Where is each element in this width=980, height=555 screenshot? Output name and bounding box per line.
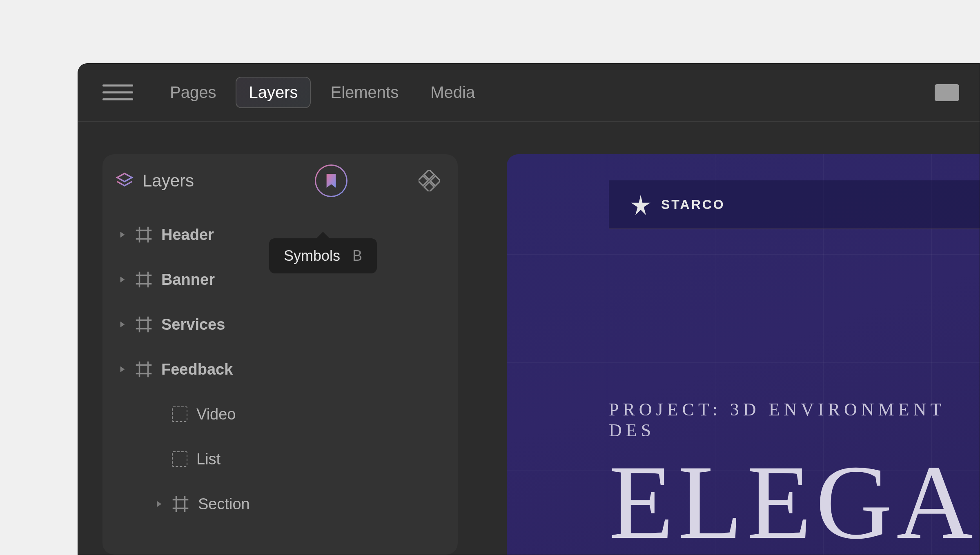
frame-icon bbox=[172, 495, 189, 513]
layer-item-services[interactable]: Services bbox=[102, 302, 458, 347]
frame-icon bbox=[135, 316, 152, 333]
hero-title: ELEGA bbox=[609, 449, 980, 555]
layer-item-feedback[interactable]: Feedback bbox=[102, 347, 458, 392]
chevron-right-icon bbox=[119, 366, 126, 373]
layer-item-video[interactable]: Video bbox=[102, 392, 458, 437]
topbar: Pages Layers Elements Media bbox=[78, 64, 980, 122]
frame-icon bbox=[135, 226, 152, 243]
chevron-right-icon bbox=[119, 231, 126, 238]
chevron-right-icon bbox=[119, 276, 126, 283]
app-window: Pages Layers Elements Media bbox=[78, 63, 980, 555]
chevron-right-icon bbox=[156, 500, 163, 508]
hero-content: PROJECT: 3D ENVIRONMENT DES ELEGA bbox=[609, 399, 980, 555]
content-area: Layers bbox=[78, 122, 980, 555]
layer-label: Feedback bbox=[161, 361, 233, 378]
tooltip-shortcut: B bbox=[352, 247, 362, 264]
tab-pages[interactable]: Pages bbox=[158, 78, 228, 107]
layer-item-section[interactable]: Section bbox=[102, 482, 458, 526]
frame-icon bbox=[135, 361, 152, 378]
frame-icon bbox=[135, 271, 152, 288]
tab-layers[interactable]: Layers bbox=[236, 77, 311, 108]
tab-elements[interactable]: Elements bbox=[318, 78, 411, 107]
element-icon bbox=[172, 451, 187, 467]
star-icon bbox=[630, 194, 651, 215]
nav-tabs: Pages Layers Elements Media bbox=[158, 77, 487, 108]
layer-item-list[interactable]: List bbox=[102, 437, 458, 482]
tooltip-symbols: Symbols B bbox=[269, 238, 377, 273]
tooltip-label: Symbols bbox=[284, 247, 340, 264]
layer-label: Video bbox=[196, 406, 236, 423]
layers-icon bbox=[115, 171, 134, 191]
panel-tab-components[interactable] bbox=[413, 164, 445, 197]
layer-label: Header bbox=[161, 226, 214, 244]
bookmark-icon bbox=[324, 173, 338, 189]
canvas-header: STARCO bbox=[609, 180, 980, 229]
brand-name: STARCO bbox=[661, 197, 725, 212]
panel-title: Layers bbox=[143, 171, 194, 191]
device-preview-icon[interactable] bbox=[935, 84, 959, 101]
layer-label: Banner bbox=[161, 271, 215, 289]
panel-tab-symbols[interactable] bbox=[315, 164, 347, 197]
layer-label: Services bbox=[161, 316, 225, 333]
layers-panel: Layers bbox=[102, 154, 458, 555]
project-label: PROJECT: 3D ENVIRONMENT DES bbox=[609, 399, 980, 441]
panel-tabs: Layers bbox=[102, 154, 458, 207]
panel-tab-layers[interactable]: Layers bbox=[115, 171, 307, 191]
layer-label: List bbox=[196, 451, 220, 468]
element-icon bbox=[172, 406, 187, 422]
menu-icon[interactable] bbox=[98, 80, 137, 104]
chevron-right-icon bbox=[119, 321, 126, 328]
topbar-right bbox=[935, 84, 959, 101]
components-icon bbox=[419, 170, 440, 191]
layer-label: Section bbox=[198, 495, 250, 513]
canvas-preview[interactable]: STARCO PROJECT: 3D ENVIRONMENT DES ELEGA bbox=[507, 154, 980, 555]
tab-media[interactable]: Media bbox=[418, 78, 487, 107]
